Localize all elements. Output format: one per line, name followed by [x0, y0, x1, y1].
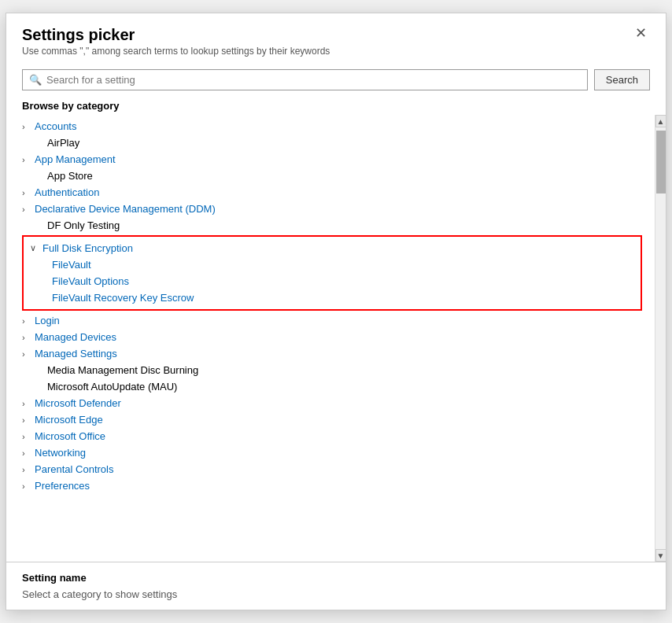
item-label: Declarative Device Management (DDM) [35, 203, 216, 215]
expand-arrow-icon: › [22, 349, 35, 359]
scroll-down-arrow[interactable]: ▼ [655, 549, 666, 562]
item-label: AirPlay [47, 137, 79, 149]
search-row: 🔍 Search [6, 63, 666, 97]
close-button[interactable]: ✕ [632, 26, 650, 40]
fde-label: Full Disk Encryption [42, 242, 133, 254]
footer-title: Setting name [22, 572, 650, 584]
expand-arrow-icon: › [22, 399, 35, 408]
list-item[interactable]: › Login [22, 312, 655, 329]
dialog-subtitle: Use commas "," among search terms to loo… [22, 46, 330, 57]
filevault-options-item[interactable]: FileVault Options [24, 273, 641, 289]
expand-arrow-icon: › [22, 316, 35, 326]
list-panel: › Accounts AirPlay › App Management App … [6, 115, 655, 562]
dialog-header: Settings picker Use commas "," among sea… [6, 13, 666, 63]
scroll-area [655, 127, 666, 549]
search-input-wrap: 🔍 [22, 69, 588, 90]
filevault-options-label: FileVault Options [52, 275, 129, 287]
item-label: Managed Settings [35, 348, 117, 359]
filevault-item[interactable]: FileVault [24, 256, 641, 273]
scrollbar-track: ▲ ▼ [655, 115, 666, 562]
list-item[interactable]: › Microsoft Office [22, 428, 655, 444]
content-area: › Accounts AirPlay › App Management App … [6, 115, 666, 562]
expand-arrow-icon: › [22, 205, 35, 214]
expand-arrow-icon: › [22, 448, 35, 458]
item-label: Microsoft AutoUpdate (MAU) [47, 381, 177, 393]
browse-label: Browse by category [6, 97, 666, 115]
list-item[interactable]: › Preferences [22, 477, 655, 494]
list-item[interactable]: › Managed Devices [22, 329, 655, 345]
item-label: App Management [35, 153, 116, 165]
expand-arrow-icon: › [22, 333, 35, 342]
item-label: Login [35, 315, 60, 326]
list-item[interactable]: Media Management Disc Burning [22, 362, 655, 378]
list-item[interactable]: › Managed Settings [22, 345, 655, 362]
filevault-recovery-label: FileVault Recovery Key Escrow [52, 292, 194, 304]
list-item[interactable]: DF Only Testing [22, 217, 655, 234]
expand-arrow-icon: › [22, 122, 35, 131]
item-label: App Store [47, 170, 93, 182]
filevault-recovery-item[interactable]: FileVault Recovery Key Escrow [24, 289, 641, 306]
expand-arrow-icon: › [22, 432, 35, 441]
settings-picker-dialog: Settings picker Use commas "," among sea… [6, 13, 666, 610]
list-item[interactable]: › Microsoft Edge [22, 411, 655, 428]
item-label: Accounts [35, 120, 76, 132]
dialog-title: Settings picker [22, 26, 330, 44]
expand-arrow-icon: › [22, 415, 35, 425]
search-input[interactable] [46, 74, 581, 86]
item-label: Managed Devices [35, 331, 116, 343]
list-item[interactable]: › Authentication [22, 184, 655, 201]
search-icon: 🔍 [29, 74, 42, 86]
list-item[interactable]: › Declarative Device Management (DDM) [22, 201, 655, 217]
list-item[interactable]: › Networking [22, 444, 655, 461]
item-label: Networking [35, 447, 86, 459]
list-item[interactable]: › Parental Controls [22, 461, 655, 477]
expand-arrow-icon: › [22, 465, 35, 474]
item-label: Authentication [35, 186, 99, 198]
item-label: Parental Controls [35, 463, 113, 475]
list-item[interactable]: AirPlay [22, 135, 655, 151]
expand-arrow-icon: › [22, 155, 35, 164]
list-item[interactable]: › Accounts [22, 118, 655, 135]
collapse-arrow-icon: ∨ [30, 243, 42, 253]
scroll-thumb[interactable] [656, 131, 666, 194]
item-label: Microsoft Defender [35, 397, 121, 409]
expand-arrow-icon: › [22, 481, 35, 491]
search-button[interactable]: Search [594, 69, 650, 90]
fde-header[interactable]: ∨ Full Disk Encryption [24, 240, 641, 256]
filevault-label: FileVault [52, 259, 91, 271]
scroll-up-arrow[interactable]: ▲ [655, 115, 666, 127]
item-label: Preferences [35, 480, 90, 492]
item-label: Media Management Disc Burning [47, 364, 198, 376]
footer-text: Select a category to show settings [22, 588, 650, 600]
list-item[interactable]: App Store [22, 168, 655, 184]
list-item[interactable]: › Microsoft Defender [22, 395, 655, 411]
item-label: Microsoft Office [35, 430, 105, 442]
list-item[interactable]: Microsoft AutoUpdate (MAU) [22, 378, 655, 395]
expand-arrow-icon: › [22, 188, 35, 197]
item-label: DF Only Testing [47, 219, 120, 231]
footer-section: Setting name Select a category to show s… [6, 562, 666, 610]
item-label: Microsoft Edge [35, 414, 103, 426]
full-disk-encryption-section: ∨ Full Disk Encryption FileVault FileVau… [22, 235, 642, 311]
list-item[interactable]: › App Management [22, 151, 655, 168]
